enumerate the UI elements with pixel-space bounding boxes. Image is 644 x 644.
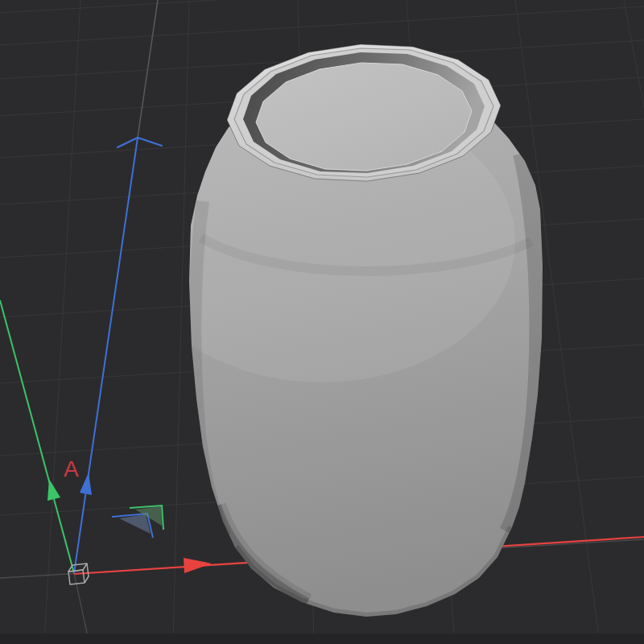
axis-label: A bbox=[64, 456, 79, 481]
viewport-3d-container: A bbox=[0, 0, 644, 644]
viewport-3d[interactable]: A bbox=[0, 0, 644, 644]
bottom-bar bbox=[0, 634, 644, 644]
